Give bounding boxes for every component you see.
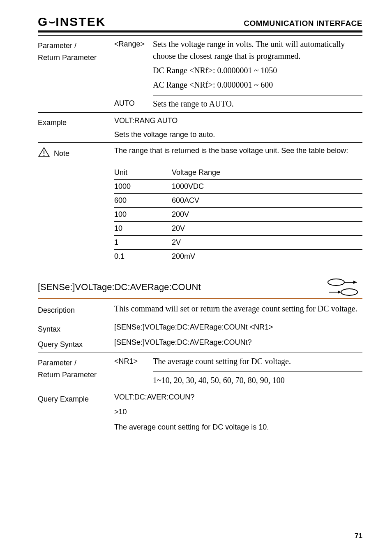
svg-point-3: [328, 279, 344, 286]
svg-marker-5: [353, 281, 357, 284]
range-cell: 200mV: [172, 252, 362, 261]
unit-cell: 600: [114, 196, 172, 205]
table-row: 1000 1000VDC: [114, 180, 362, 194]
svg-marker-8: [338, 290, 341, 294]
example-desc: Sets the voltage range to auto.: [114, 129, 362, 140]
range-desc: Sets the voltage range in volts. The uni…: [153, 38, 362, 62]
description-text: This command will set or return the aver…: [114, 303, 362, 315]
table-header: Unit Voltage Range: [114, 166, 362, 180]
example-label: Example: [38, 115, 114, 129]
range-desc-col: Sets the voltage range in volts. The uni…: [153, 38, 362, 110]
note-text: The range that is returned is the base v…: [114, 145, 362, 156]
range-token: <Range>: [114, 38, 153, 49]
note-row: Note The range that is returned is the b…: [38, 143, 362, 164]
description-row: Description This command will set or ret…: [38, 299, 362, 319]
syntax-row: Syntax [SENSe:]VOLTage:DC:AVERage:COUNt …: [38, 319, 362, 336]
note-label: Note: [54, 149, 69, 158]
warning-icon: [38, 147, 50, 161]
col-unit-header: Unit: [114, 168, 172, 177]
logo-text: G⌣INSTEK: [38, 16, 106, 28]
svg-point-6: [341, 289, 357, 295]
nr1-col: The average count setting for DC voltage…: [153, 355, 362, 386]
query-example-label: Query Example: [38, 392, 114, 405]
range-cell: 200V: [172, 210, 362, 219]
auto-token: AUTO: [114, 98, 153, 110]
nr1-token: <NR1>: [114, 355, 153, 366]
header-rule: [38, 30, 362, 33]
range-cell: 600ACV: [172, 196, 362, 205]
table-row: 10 20V: [114, 222, 362, 236]
dc-range: DC Range <NRf>: 0.0000001 ~ 1050: [153, 65, 362, 77]
nr1-desc: The average count setting for DC voltage…: [153, 355, 362, 367]
param-label: Parameter / Return Parameter: [38, 38, 114, 64]
page-number: 71: [355, 532, 362, 540]
param2-label: Parameter / Return Parameter: [38, 355, 114, 381]
unit-cell: 1: [114, 238, 172, 247]
voltage-range-table: Unit Voltage Range 1000 1000VDC 600 600A…: [114, 166, 362, 263]
table-row: 0.1 200mV: [114, 250, 362, 263]
param-row: Parameter / Return Parameter <Range> Set…: [38, 36, 362, 113]
param-label-line1: Parameter /: [38, 42, 76, 50]
unit-cell: 10: [114, 224, 172, 233]
table-row: 1 2V: [114, 236, 362, 250]
query-example-line3: The average count setting for DC voltage…: [114, 422, 362, 432]
query-example-line1: VOLT:DC:AVER:COUN?: [114, 392, 362, 402]
unit-cell: 0.1: [114, 252, 172, 261]
syntax-value: [SENSe:]VOLTage:DC:AVERage:COUNt <NR1>: [114, 322, 362, 332]
note-label-cell: Note: [38, 145, 114, 161]
query-syntax-value: [SENSe:]VOLTage:DC:AVERage:COUNt?: [114, 337, 362, 348]
syntax-label: Syntax: [38, 322, 114, 335]
unit-cell: 100: [114, 210, 172, 219]
query-example-row: Query Example VOLT:DC:AVER:COUN? >10 The…: [38, 389, 362, 434]
table-row: 600 600ACV: [114, 194, 362, 208]
query-syntax-label: Query Syntax: [38, 337, 114, 351]
range-cell: 1000VDC: [172, 182, 362, 191]
description-label: Description: [38, 303, 114, 316]
param-label-line2: Return Parameter: [38, 53, 97, 62]
col-range-header: Voltage Range: [172, 168, 362, 177]
section-title: COMMUNICATION INTERFACE: [244, 19, 362, 28]
table-row: 100 200V: [114, 208, 362, 222]
command-heading: [SENSe:]VOLTage:DC:AVERage:COUNt: [38, 282, 201, 293]
nr1-values: 1~10, 20, 30, 40, 50, 60, 70, 80, 90, 10…: [153, 372, 362, 386]
range-cell: 2V: [172, 238, 362, 247]
example-row: Example VOLT:RANG AUTO Sets the voltage …: [38, 113, 362, 143]
query-example-line2: >10: [114, 406, 362, 417]
param2-row: Parameter / Return Parameter <NR1> The a…: [38, 353, 362, 389]
auto-desc: Sets the range to AUTO.: [153, 98, 234, 110]
range-cell: 20V: [172, 224, 362, 233]
param2-label-line1: Parameter /: [38, 359, 76, 367]
ac-range: AC Range <NRf>: 0.0000001 ~ 600: [153, 79, 362, 91]
param2-label-line2: Return Parameter: [38, 371, 97, 379]
set-query-icon: [323, 277, 362, 297]
example-value: VOLT:RANG AUTO: [114, 115, 362, 126]
logo: G⌣INSTEK: [38, 16, 106, 28]
query-syntax-row: Query Syntax [SENSe:]VOLTage:DC:AVERage:…: [38, 336, 362, 353]
unit-cell: 1000: [114, 182, 172, 191]
svg-point-2: [44, 155, 45, 156]
